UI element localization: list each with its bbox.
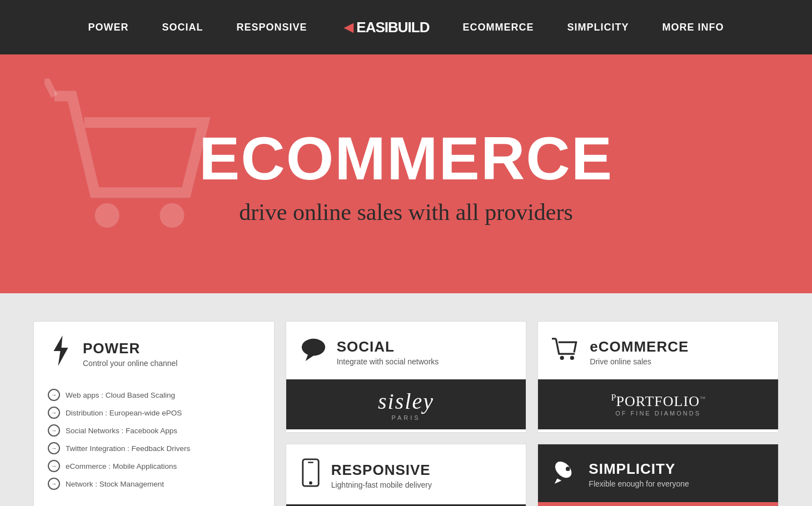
simplicity-subtitle: Flexible enough for everyone [589, 479, 689, 488]
svg-point-1 [160, 203, 184, 228]
social-card-header: SOCIAL Integrate with social networks [286, 322, 526, 379]
circle-arrow-icon: → [48, 460, 60, 472]
hero-bg-cart-icon [44, 79, 222, 269]
ecommerce-card: eCOMMERCE Drive online sales PPORTFOLIO™… [537, 321, 779, 433]
simplicity-card-info: SIMPLICITY Flexible enough for everyone [589, 460, 689, 488]
feature-item: → Social Networks : Facebook Apps [48, 424, 260, 437]
power-card-header: POWER Control your online channel [34, 322, 274, 383]
circle-arrow-icon: → [48, 407, 60, 419]
circle-arrow-icon: → [48, 442, 60, 454]
nav-ecommerce[interactable]: ECOMMERCE [462, 22, 534, 33]
svg-point-14 [566, 467, 570, 471]
feature-item: → Network : Stock Management [48, 478, 260, 490]
svg-point-7 [560, 356, 564, 360]
site-logo[interactable]: ◄ EASIBUILD [341, 18, 430, 37]
ecommerce-title: eCOMMERCE [590, 338, 689, 355]
simplicity-card-header: SIMPLICITY Flexible enough for everyone [538, 444, 778, 502]
simplicity-card: SIMPLICITY Flexible enough for everyone … [537, 444, 779, 507]
power-feature-list: → Web apps : Cloud Based Scaling → Distr… [34, 383, 274, 506]
nav-power[interactable]: POWER [88, 22, 129, 33]
svg-marker-5 [305, 354, 315, 361]
logo-bracket: ◄ [341, 18, 357, 37]
ecommerce-brand-box: PPORTFOLIO™ OF FINE DIAMONDS [538, 379, 778, 429]
hero-section: ECOMMERCE drive online sales with all pr… [0, 54, 812, 293]
social-card: SOCIAL Integrate with social networks si… [286, 321, 527, 433]
responsive-card-header: RESPONSIVE Lightning-fast mobile deliver… [286, 444, 526, 504]
nav-responsive[interactable]: RESPONSIVE [237, 22, 307, 33]
chat-icon [300, 335, 327, 368]
responsive-subtitle: Lightning-fast mobile delivery [331, 480, 432, 489]
power-card-info: POWER Control your online channel [83, 340, 177, 368]
main-nav: POWER SOCIAL RESPONSIVE ◄ EASIBUILD ECOM… [0, 0, 812, 54]
circle-arrow-icon: → [48, 424, 60, 437]
svg-point-4 [302, 339, 325, 356]
social-subtitle: Integrate with social networks [337, 357, 439, 366]
sisley-brand-name: sisley [378, 388, 434, 414]
logo-text-eas: EAS [356, 19, 384, 36]
rocket-icon [552, 458, 579, 491]
lightning-icon [48, 335, 73, 372]
cart-icon [552, 335, 580, 368]
social-brand-box: sisley PARIS [286, 379, 526, 429]
responsive-card: RESPONSIVE Lightning-fast mobile deliver… [286, 444, 527, 507]
ecommerce-card-header: eCOMMERCE Drive online sales [538, 322, 778, 379]
circle-arrow-icon: → [48, 478, 60, 490]
svg-point-11 [309, 481, 312, 484]
power-subtitle: Control your online channel [83, 359, 177, 368]
feature-item: → Web apps : Cloud Based Scaling [48, 389, 260, 401]
logo-text-build: BUILD [388, 19, 429, 36]
responsive-title: RESPONSIVE [331, 462, 432, 479]
simplicity-brand-box: rdc [538, 502, 778, 507]
social-title: SOCIAL [337, 338, 439, 355]
svg-point-0 [95, 203, 119, 228]
circle-arrow-icon: → [48, 389, 60, 401]
feature-item: → Distribution : European-wide ePOS [48, 407, 260, 419]
power-card: POWER Control your online channel → Web … [33, 321, 275, 506]
hero-subtitle: drive online sales with all providers [239, 199, 573, 226]
nav-social[interactable]: SOCIAL [162, 22, 203, 33]
nav-more-info[interactable]: MORE INFO [662, 22, 724, 33]
ecommerce-card-info: eCOMMERCE Drive online sales [590, 338, 689, 366]
feature-item: → Twitter Integration : Feedback Drivers [48, 442, 260, 454]
responsive-brand-box: Pronuptia [286, 504, 526, 507]
cards-section: POWER Control your online channel → Web … [0, 293, 812, 506]
ecommerce-subtitle: Drive online sales [590, 357, 689, 366]
svg-marker-3 [54, 335, 68, 366]
svg-line-2 [46, 79, 54, 97]
phone-icon [300, 458, 321, 493]
simplicity-title: SIMPLICITY [589, 460, 689, 478]
feature-item: → eCommerce : Mobile Applications [48, 460, 260, 472]
svg-point-12 [552, 458, 575, 481]
social-card-info: SOCIAL Integrate with social networks [337, 338, 439, 366]
nav-simplicity[interactable]: SIMPLICITY [567, 22, 629, 33]
svg-marker-13 [555, 478, 561, 484]
hero-title: ECOMMERCE [199, 123, 613, 193]
power-title: POWER [83, 340, 177, 357]
responsive-card-info: RESPONSIVE Lightning-fast mobile deliver… [331, 462, 432, 489]
sisley-brand-sub: PARIS [391, 414, 420, 421]
portfolio-brand-sub: OF FINE DIAMONDS [615, 410, 701, 417]
svg-point-8 [570, 356, 574, 360]
portfolio-brand-name: PPORTFOLIO™ [611, 392, 705, 410]
